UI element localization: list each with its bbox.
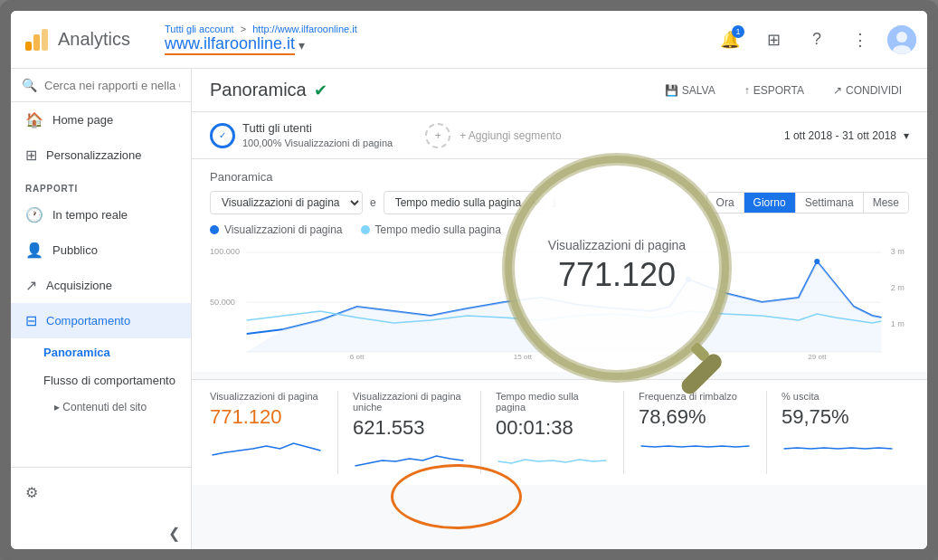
more-button[interactable]: ⋮ — [844, 24, 876, 56]
legend-dot-1 — [210, 225, 219, 234]
avatar[interactable] — [887, 25, 916, 54]
svg-point-19 — [686, 277, 691, 282]
legend-item-2: Tempo medio sulla pagina — [361, 223, 501, 236]
content-area: Panoramica ✔ 💾 SALVA ↑ ESPORTA — [192, 69, 927, 549]
stat-card-2: Tempo medio sulla pagina 00:01:38 — [481, 391, 624, 474]
svg-text:2 m: 2 m — [891, 283, 905, 292]
period-settimana[interactable]: Settimana — [795, 193, 863, 213]
date-range-selector[interactable]: 1 ott 2018 - 31 ott 2018 ▾ — [784, 129, 909, 142]
svg-rect-0 — [25, 42, 32, 51]
people-icon: 👤 — [25, 242, 43, 259]
sidebar-item-flusso[interactable]: Flusso di comportamento — [11, 366, 191, 394]
chart-section-title: Panoramica — [210, 170, 909, 184]
page-title: Panoramica ✔ — [210, 80, 327, 100]
metric-dropdown-2[interactable]: Tempo medio sulla pagina — [384, 191, 545, 214]
sidebar-item-personalization[interactable]: ⊞ Personalizzazione — [11, 138, 191, 173]
search-bar: 🔍 — [11, 69, 191, 102]
date-range: 1 ott 2018 - 31 ott 2018 ▾ — [784, 129, 909, 142]
sidebar-item-realtime[interactable]: 🕐 In tempo reale — [11, 197, 191, 233]
sidebar-item-home[interactable]: 🏠 Home page — [11, 102, 191, 138]
apps-button[interactable]: ⊞ — [757, 24, 790, 56]
svg-text:15 ott: 15 ott — [514, 353, 533, 361]
sidebar-item-panoramica[interactable]: Panoramica — [11, 338, 191, 366]
chart-controls: Visualizzazioni di pagina e Tempo medio … — [210, 191, 909, 214]
period-buttons: Ora Giorno Settimana Mese — [706, 192, 909, 214]
sidebar-item-settings[interactable]: ⚙ — [11, 475, 191, 510]
site-url[interactable]: www.ilfaroonline.it — [165, 34, 295, 55]
search-input[interactable] — [44, 79, 180, 92]
add-segment-button[interactable]: + + Aggiungi segmento — [425, 123, 561, 148]
metric-dropdown-1[interactable]: Visualizzazioni di pagina — [210, 191, 363, 214]
svg-rect-2 — [42, 29, 48, 51]
analytics-logo: Analytics — [22, 25, 157, 54]
contenuti-arrow: ▸ — [54, 401, 62, 413]
sidebar-bottom: ⚙ — [11, 467, 191, 517]
analytics-logo-icon — [22, 25, 51, 54]
save-button[interactable]: 💾 SALVA — [658, 81, 723, 100]
period-ora[interactable]: Ora — [707, 193, 744, 213]
stats-row: Visualizzazioni di pagina 771.120 Visual… — [192, 379, 927, 485]
stat-mini-0 — [210, 432, 323, 460]
stat-label-0: Visualizzazioni di pagina — [210, 391, 323, 402]
share-icon: ↗ — [833, 84, 842, 97]
collapse-button[interactable]: ❮ — [11, 517, 191, 549]
svg-text:6 ott: 6 ott — [350, 353, 365, 361]
sidebar-item-contenuti[interactable]: ▸ Contenuti del sito — [11, 394, 191, 420]
sidebar-item-acquisizione[interactable]: ↗ Acquisizione — [11, 268, 191, 303]
segment-circle: ✓ — [210, 123, 235, 148]
chart-svg: 100.000 50.000 3 m 2 m 1 m 6 ott — [210, 243, 909, 361]
search-icon: 🔍 — [22, 78, 37, 92]
stat-label-4: % uscita — [782, 391, 895, 402]
svg-text:50.000: 50.000 — [210, 298, 235, 307]
stat-value-1: 621.553 — [353, 416, 466, 440]
period-mese[interactable]: Mese — [863, 193, 908, 213]
segment-check: ✓ — [219, 130, 226, 140]
personalization-icon: ⊞ — [25, 147, 37, 164]
notification-badge: 1 — [732, 25, 744, 38]
stat-label-2: Tempo medio sulla pagina — [496, 391, 609, 413]
notification-button[interactable]: 🔔 1 — [714, 24, 746, 56]
main-area: 🔍 🏠 Home page ⊞ Personalizzazione RAPPOR… — [11, 69, 927, 549]
sidebar-item-comportamento[interactable]: ⊟ Comportamento — [11, 303, 191, 338]
stat-card-0: Visualizzazioni di pagina 771.120 — [210, 391, 338, 474]
header-actions: 💾 SALVA ↑ ESPORTA ↗ CONDIVIDI — [658, 81, 909, 100]
sidebar-item-pubblico[interactable]: 👤 Pubblico — [11, 233, 191, 268]
verified-icon: ✔ — [314, 81, 327, 100]
realtime-icon: 🕐 — [25, 206, 43, 223]
segment-bar: ✓ Tutti gli utenti 100,00% Visualizzazio… — [210, 121, 562, 149]
svg-marker-18 — [247, 261, 882, 352]
dropdown-arrow[interactable]: ▾ — [298, 38, 305, 52]
stat-mini-4 — [782, 432, 895, 460]
help-button[interactable]: ? — [801, 24, 833, 56]
segment-circle-empty: + — [425, 123, 450, 148]
breadcrumb-sep: > — [241, 24, 246, 34]
top-icons: 🔔 1 ⊞ ? ⋮ — [714, 24, 916, 56]
svg-point-4 — [896, 32, 907, 43]
chart-wrapper: 100.000 50.000 3 m 2 m 1 m 6 ott — [210, 243, 909, 361]
top-bar: Analytics Tutti gli account > http://www… — [11, 11, 927, 69]
stat-value-4: 59,75% — [782, 405, 895, 429]
share-button[interactable]: ↗ CONDIVIDI — [826, 81, 909, 100]
stat-card-1: Visualizzazioni di pagina uniche 621.553 — [338, 391, 481, 474]
svg-text:29 ott: 29 ott — [808, 353, 827, 361]
stat-mini-2 — [496, 443, 609, 470]
stat-value-2: 00:01:38 — [496, 416, 609, 440]
breadcrumb-main: www.ilfaroonline.it ▾ — [165, 34, 714, 55]
content-header: Panoramica ✔ 💾 SALVA ↑ ESPORTA — [192, 69, 927, 112]
segment-info: Tutti gli utenti 100,00% Visualizzazioni… — [242, 121, 393, 149]
legend-dot-2 — [361, 225, 370, 234]
breadcrumb-section: Tutti gli account > http://www.ilfaroonl… — [157, 24, 714, 55]
svg-point-20 — [814, 259, 820, 264]
app-frame: Analytics Tutti gli account > http://www… — [0, 0, 938, 560]
stat-label-1: Visualizzazioni di pagina uniche — [353, 391, 466, 413]
export-icon: ↑ — [744, 84, 750, 97]
legend-item-1: Visualizzazioni di pagina — [210, 223, 343, 236]
export-button[interactable]: ↑ ESPORTA — [737, 81, 811, 100]
connector-label: e — [370, 196, 376, 209]
collapse-icon: ❮ — [168, 525, 180, 542]
behavior-icon: ⊟ — [25, 312, 37, 329]
period-giorno[interactable]: Giorno — [744, 193, 795, 213]
date-dropdown-arrow: ▾ — [904, 129, 909, 142]
chart-legend: Visualizzazioni di pagina Tempo medio su… — [210, 223, 909, 236]
save-icon: 💾 — [665, 84, 678, 97]
